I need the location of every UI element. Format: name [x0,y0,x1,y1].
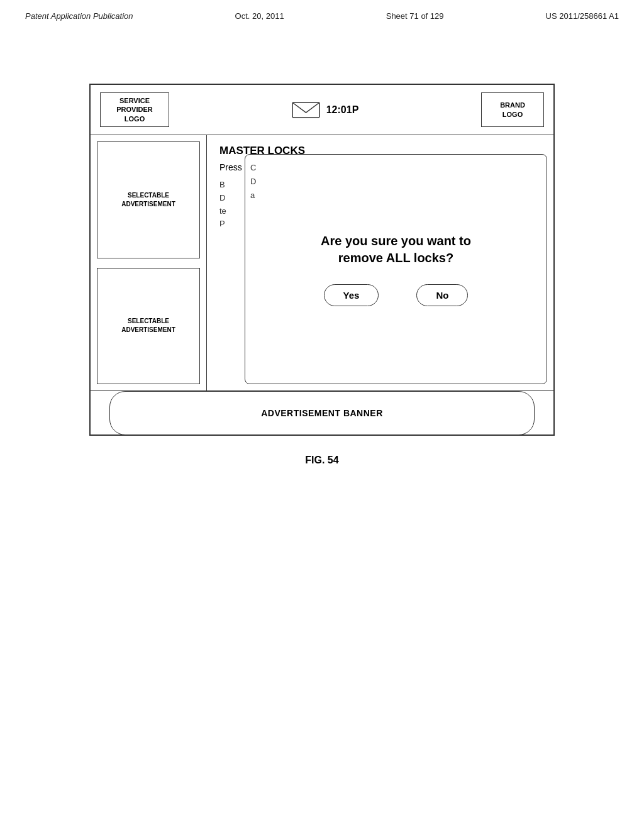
publication-label: Patent Application Publication [25,11,133,21]
yes-button[interactable]: Yes [324,284,379,306]
background-text-partial: C D a [250,161,256,202]
svg-rect-0 [292,102,319,118]
press-label: Press [219,162,242,172]
top-bar: SERVICE PROVIDER LOGO 12:01P BRAND LOGO [91,85,553,135]
figure-label: FIG. 54 [305,455,338,466]
sheet-label: Sheet 71 of 129 [386,11,444,21]
outer-frame: SERVICE PROVIDER LOGO 12:01P BRAND LOGO … [89,84,555,436]
envelope-icon [292,100,320,120]
selectable-ad-1[interactable]: SELECTABLE ADVERTISEMENT [97,141,200,258]
brand-logo: BRAND LOGO [481,92,544,127]
right-column: MASTER LOCKS Press to change settings. 5… [207,135,553,390]
dialog-overlay: C D a Are you sure you want toremove ALL… [245,154,547,384]
service-provider-logo: SERVICE PROVIDER LOGO [100,92,169,127]
page-header: Patent Application Publication Oct. 20, … [0,0,644,27]
dialog-message: Are you sure you want toremove ALL locks… [321,233,471,267]
bottom-section: ADVERTISEMENT BANNER [91,390,553,434]
clock-time: 12:01P [326,104,359,116]
no-button[interactable]: No [416,284,468,306]
clock-area: 12:01P [292,100,359,120]
left-column: SELECTABLE ADVERTISEMENT SELECTABLE ADVE… [91,135,207,390]
advertisement-banner: ADVERTISEMENT BANNER [109,391,535,435]
patent-number: US 2011/258661 A1 [546,11,619,21]
dialog-buttons: Yes No [324,284,469,306]
selectable-ad-2[interactable]: SELECTABLE ADVERTISEMENT [97,268,200,385]
diagram-area: SERVICE PROVIDER LOGO 12:01P BRAND LOGO … [0,84,644,466]
content-area: SELECTABLE ADVERTISEMENT SELECTABLE ADVE… [91,135,553,390]
date-label: Oct. 20, 2011 [235,11,284,21]
